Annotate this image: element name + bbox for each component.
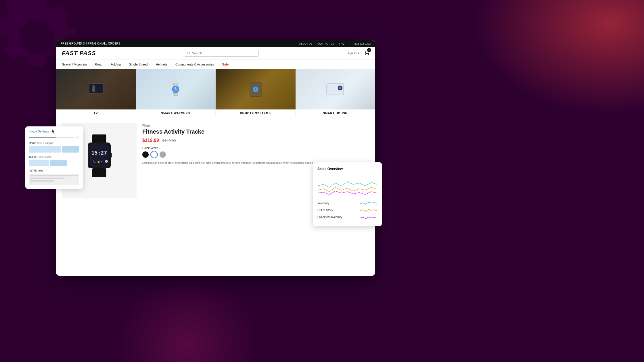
legend-inventory-label: Inventory (317, 202, 329, 205)
search-icon (187, 51, 190, 55)
panel-chevron-icon: ▾ (50, 130, 51, 133)
cart-button[interactable]: 2 (364, 50, 369, 57)
swatch-black[interactable] (142, 151, 149, 158)
category-label-watches: SMART WATCHES (136, 109, 216, 117)
slider-bar[interactable] (29, 137, 74, 138)
sales-chart (317, 174, 377, 197)
svg-point-16 (255, 88, 256, 90)
cart-badge: 2 (367, 48, 371, 52)
category-card-smart[interactable]: SMART HOUSE (296, 69, 375, 117)
tablet-label: Tablet (780 x 300px) (29, 155, 79, 158)
sales-overview-title: Sales Overview (317, 167, 377, 171)
panel-header[interactable]: Image Settings ▾ (29, 130, 79, 133)
nav-item-helmets[interactable]: Helmets (156, 63, 167, 66)
legend-inventory: Inventory (317, 201, 377, 205)
price-current: $119.99 (142, 138, 159, 143)
category-label-tv: TV (56, 109, 136, 117)
color-label: Color: White (142, 147, 369, 150)
category-image-remote (216, 69, 296, 109)
svg-line-1 (189, 54, 190, 54)
faq-link[interactable]: FAQ (339, 42, 344, 45)
slider-fill (29, 137, 56, 138)
category-card-watches[interactable]: SMART WATCHES (136, 69, 216, 117)
panel-title: Image Settings (29, 130, 49, 133)
sales-chart-svg (317, 174, 377, 197)
announcement-text: FREE GROUND SHIPPING ON ALL ORDERS (61, 42, 120, 45)
color-selected: White (151, 147, 158, 150)
signin-chevron-icon: ▾ (357, 51, 359, 55)
nav-item-sale[interactable]: Sale (222, 63, 229, 66)
svg-rect-7 (92, 88, 95, 92)
legend-inventory-line (360, 201, 377, 205)
category-card-remote[interactable]: REMOTE SYSTEMS (216, 69, 296, 117)
nav-item-road[interactable]: Road (95, 63, 102, 66)
nav-item-single-speed[interactable]: Single Speed (129, 63, 147, 66)
svg-rect-23 (92, 134, 106, 143)
svg-rect-32 (92, 168, 106, 177)
color-swatches (142, 151, 369, 158)
contact-link[interactable]: CONTACT US (317, 42, 334, 45)
price-row: $119.99 $149.99 (142, 138, 369, 143)
svg-point-21 (340, 87, 341, 88)
alt-title-textarea[interactable] (29, 174, 79, 185)
text-line-3 (30, 180, 54, 182)
svg-point-0 (187, 52, 189, 54)
sales-overview-panel: Sales Overview Inventory Out of Stock P (313, 162, 382, 226)
legend-out-of-stock: Out of Stock (317, 208, 377, 212)
legend-oos-line (360, 208, 377, 212)
search-bar[interactable] (184, 50, 259, 57)
text-line-1 (30, 175, 78, 176)
legend-projected-label: Projected Inventory (317, 215, 342, 219)
header-links: ABOUT US CONTACT US FAQ 222-222-2222 (299, 42, 371, 45)
nav-item-gravel[interactable]: Gravel / Mountain (62, 63, 87, 66)
svg-text:💬: 💬 (105, 160, 108, 163)
svg-text:15:27: 15:27 (91, 150, 107, 156)
announcement-bar: FREE GROUND SHIPPING ON ALL ORDERS ABOUT… (56, 40, 375, 47)
logo[interactable]: FAST PASS (62, 50, 96, 57)
sign-in-button[interactable]: Sign In ▾ (347, 51, 359, 55)
mobile-buttons (29, 146, 79, 153)
slider-row: i (29, 136, 79, 139)
svg-rect-33 (111, 153, 112, 157)
text-line-2 (30, 178, 64, 179)
category-label-remote: REMOTE SYSTEMS (216, 109, 296, 117)
tablet-btn-2[interactable] (50, 160, 67, 166)
svg-text:✉: ✉ (101, 160, 103, 163)
header-actions: Sign In ▾ 2 (347, 50, 369, 57)
svg-point-22 (343, 84, 344, 85)
category-label-smart: SMART HOUSE (296, 109, 375, 117)
swatch-white[interactable] (151, 151, 157, 158)
category-image-watches (136, 69, 216, 109)
bg-decoration-red (471, 0, 644, 115)
nav-item-folding[interactable]: Folding (110, 63, 121, 66)
browser-window: FREE GROUND SHIPPING ON ALL ORDERS ABOUT… (56, 40, 375, 276)
category-image-smart (296, 69, 375, 109)
mobile-btn-1[interactable] (29, 146, 61, 153)
mobile-label: Mobile (360 x 240px) (29, 142, 79, 145)
price-original: $149.99 (162, 138, 176, 143)
main-header: FAST PASS Sign In ▾ 2 (56, 47, 375, 60)
svg-text:👆: 👆 (97, 160, 100, 163)
about-link[interactable]: ABOUT US (299, 42, 312, 45)
svg-point-6 (92, 85, 95, 88)
category-card-tv[interactable]: TV (56, 69, 136, 117)
watch-detail-svg: 15:27 📞 👆 ✉ 💬 (76, 132, 122, 189)
info-icon[interactable]: i (76, 136, 79, 139)
tablet-btn-1[interactable] (29, 160, 49, 166)
legend-projected-line (360, 215, 377, 219)
category-image-tv (56, 69, 136, 109)
nav-item-components[interactable]: Components & Accessories (175, 63, 214, 66)
svg-point-2 (366, 55, 366, 55)
phone-number: 222-222-2222 (350, 42, 371, 45)
nav-bar: Gravel / Mountain Road Folding Single Sp… (56, 60, 375, 69)
product-brand: FitWell (142, 124, 369, 127)
swatch-gray[interactable] (160, 151, 166, 158)
tablet-buttons (29, 160, 79, 166)
mobile-btn-2[interactable] (62, 146, 79, 153)
search-input[interactable] (192, 51, 256, 55)
alt-title-label: Alt/Title Text (29, 169, 79, 172)
svg-point-3 (368, 55, 369, 55)
legend-projected: Projected Inventory (317, 215, 377, 219)
legend-oos-label: Out of Stock (317, 209, 333, 212)
svg-text:📞: 📞 (93, 160, 96, 163)
